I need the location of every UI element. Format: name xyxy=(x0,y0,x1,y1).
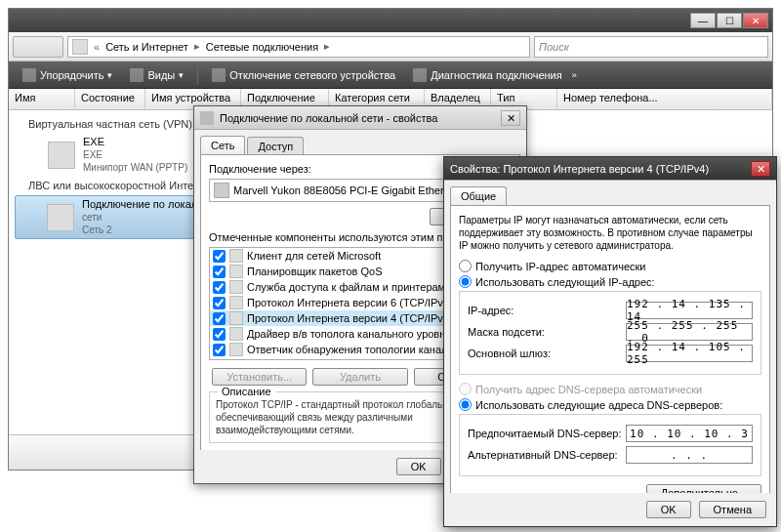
component-checkbox[interactable] xyxy=(213,328,226,341)
item-line2: EXE xyxy=(83,148,187,161)
radio-manual-dns[interactable]: Использовать следующие адреса DNS-сервер… xyxy=(459,398,761,411)
gateway-label: Основной шлюз: xyxy=(468,348,551,359)
crumb-sep: « xyxy=(92,41,102,53)
tab-strip: Общие xyxy=(444,181,776,205)
crumb-chevron-icon: ▸ xyxy=(192,40,202,53)
disable-icon xyxy=(212,68,226,82)
component-checkbox[interactable] xyxy=(213,266,226,278)
item-name: EXE xyxy=(83,136,187,148)
dialog-close-button[interactable]: ✕ xyxy=(751,161,770,177)
col-state[interactable]: Состояние xyxy=(75,89,145,109)
maximize-button[interactable]: ☐ xyxy=(717,13,742,28)
search-input[interactable]: Поиск xyxy=(534,36,768,58)
radio-auto-ip[interactable]: Получить IP-адрес автоматически xyxy=(459,260,761,272)
alternate-dns-input[interactable]: . . . xyxy=(626,446,753,464)
search-placeholder: Поиск xyxy=(539,41,569,53)
tab-general[interactable]: Общие xyxy=(450,186,507,205)
breadcrumb-segment[interactable]: Сетевые подключения xyxy=(202,41,322,53)
radio-auto-ip-label: Получить IP-адрес автоматически xyxy=(475,261,645,272)
address-bar[interactable]: « Сеть и Интернет ▸ Сетевые подключения … xyxy=(67,36,530,58)
diagnose-label: Диагностика подключения xyxy=(431,69,561,81)
vpn-icon xyxy=(48,142,75,169)
ip-label: IP-адрес: xyxy=(468,305,514,316)
protocol-icon xyxy=(229,296,243,309)
preferred-dns-input[interactable]: 10 . 10 . 10 . 3 xyxy=(626,425,753,442)
component-label: Ответчик обнаружения топологии канальног… xyxy=(247,344,474,355)
radio-manual-dns-input[interactable] xyxy=(459,398,472,411)
col-phone[interactable]: Номер телефона... xyxy=(557,89,772,109)
component-checkbox[interactable] xyxy=(213,250,226,263)
item-text: EXE EXE Минипорт WAN (PPTP) xyxy=(83,136,187,174)
cancel-button[interactable]: Отмена xyxy=(699,501,766,518)
dialog-close-button[interactable]: ✕ xyxy=(501,110,520,126)
nav-back-forward[interactable] xyxy=(13,36,63,58)
service-icon xyxy=(229,265,243,278)
views-label: Виды xyxy=(147,69,175,81)
organize-button[interactable]: Упорядочить▾ xyxy=(15,64,120,86)
dialog-button-row: OK Отмена xyxy=(444,493,776,526)
component-label: Клиент для сетей Microsoft xyxy=(247,250,381,262)
diagnose-button[interactable]: Диагностика подключения xyxy=(405,64,569,86)
subnet-mask-row: Маска подсети: 255 . 255 . 255 . 0 xyxy=(468,323,753,341)
lan-icon xyxy=(47,204,74,231)
dialog-title-text: Подключение по локальной сети - свойства xyxy=(220,112,437,124)
overflow-chevron-icon[interactable]: » xyxy=(572,70,577,80)
gateway-input[interactable]: 192 . 14 . 105 . 255 xyxy=(626,345,753,362)
radio-auto-dns-label: Получить адрес DNS-сервера автоматически xyxy=(475,384,702,395)
dialog-icon xyxy=(200,111,214,125)
description-title: Описание xyxy=(218,386,275,397)
radio-manual-ip-label: Использовать следующий IP-адрес: xyxy=(475,276,655,288)
dialog-titlebar[interactable]: Подключение по локальной сети - свойства… xyxy=(194,106,526,130)
ipv4-properties-dialog: Свойства: Протокол Интернета версии 4 (T… xyxy=(443,156,777,527)
tab-access[interactable]: Доступ xyxy=(247,137,304,155)
remove-button[interactable]: Удалить xyxy=(312,368,407,386)
dns2-label: Альтернативный DNS-сервер: xyxy=(468,449,618,461)
protocol-icon xyxy=(229,311,243,325)
radio-auto-dns[interactable]: Получить адрес DNS-сервера автоматически xyxy=(459,383,761,395)
organize-icon xyxy=(22,68,36,82)
toolbar-separator xyxy=(197,65,198,85)
breadcrumb-segment[interactable]: Сеть и Интернет xyxy=(102,41,192,53)
dialog-titlebar[interactable]: Свойства: Протокол Интернета версии 4 (T… xyxy=(444,157,776,181)
command-toolbar: Упорядочить▾ Виды▾ Отключение сетевого у… xyxy=(9,61,772,89)
close-button[interactable]: ✕ xyxy=(743,13,768,28)
install-button[interactable]: Установить... xyxy=(212,368,307,386)
nav-bar: « Сеть и Интернет ▸ Сетевые подключения … xyxy=(9,32,772,61)
radio-manual-ip[interactable]: Использовать следующий IP-адрес: xyxy=(459,275,761,288)
tab-strip: Сеть Доступ xyxy=(194,130,526,154)
ok-button[interactable]: OK xyxy=(396,458,441,475)
tab-network[interactable]: Сеть xyxy=(200,136,245,154)
gateway-row: Основной шлюз: 192 . 14 . 105 . 255 xyxy=(468,345,753,362)
crumb-chevron-icon: ▸ xyxy=(322,40,332,53)
radio-manual-dns-label: Использовать следующие адреса DNS-сервер… xyxy=(475,399,722,411)
chevron-down-icon: ▾ xyxy=(179,70,184,80)
organize-label: Упорядочить xyxy=(40,69,103,81)
tab-page-general: Параметры IP могут назначаться автоматич… xyxy=(450,205,770,512)
col-name[interactable]: Имя xyxy=(9,89,75,109)
driver-icon xyxy=(229,327,243,341)
mask-label: Маска подсети: xyxy=(468,326,545,338)
radio-auto-dns-input xyxy=(459,383,472,395)
info-text: Параметры IP могут назначаться автоматич… xyxy=(459,214,761,252)
component-checkbox[interactable] xyxy=(213,344,226,356)
disable-device-button[interactable]: Отключение сетевого устройства xyxy=(204,64,403,86)
component-label: Драйвер в/в тополога канального уровня xyxy=(247,328,451,340)
ok-button[interactable]: OK xyxy=(646,501,691,518)
component-label: Протокол Интернета версии 6 (TCP/IPv6) xyxy=(247,297,453,308)
views-icon xyxy=(130,68,144,82)
window-titlebar[interactable]: — ☐ ✕ xyxy=(9,9,772,32)
responder-icon xyxy=(229,343,243,356)
dns-fieldset: Предпочитаемый DNS-сервер: 10 . 10 . 10 … xyxy=(459,414,761,476)
minimize-button[interactable]: — xyxy=(690,13,716,28)
radio-auto-ip-input[interactable] xyxy=(459,260,472,272)
radio-manual-ip-input[interactable] xyxy=(459,275,472,288)
dialog-title-text: Свойства: Протокол Интернета версии 4 (T… xyxy=(450,163,709,175)
client-icon xyxy=(229,249,243,263)
ip-address-input[interactable]: 192 . 14 . 135 . 14 xyxy=(626,302,753,319)
chevron-down-icon: ▾ xyxy=(107,70,112,80)
views-button[interactable]: Виды▾ xyxy=(122,64,191,86)
component-checkbox[interactable] xyxy=(213,297,226,309)
subnet-mask-input[interactable]: 255 . 255 . 255 . 0 xyxy=(626,323,753,341)
component-checkbox[interactable] xyxy=(213,312,226,325)
component-checkbox[interactable] xyxy=(213,281,226,294)
